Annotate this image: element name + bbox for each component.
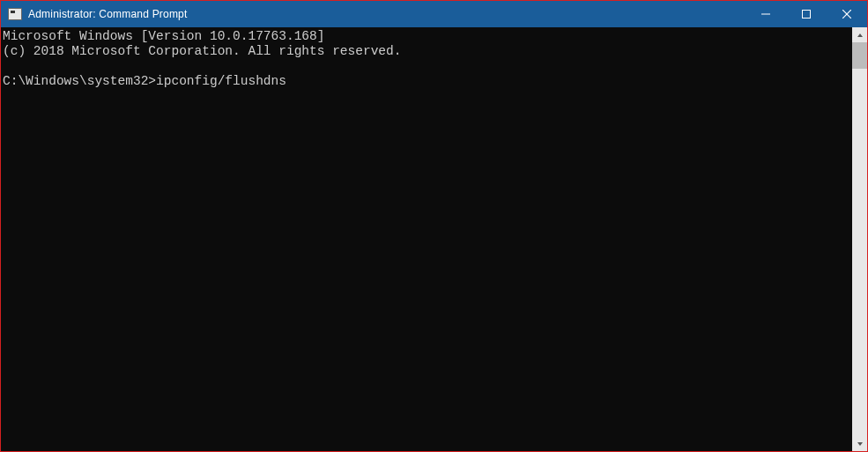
cmd-icon xyxy=(8,8,22,20)
svg-marker-4 xyxy=(857,33,863,37)
terminal-line-copyright: (c) 2018 Microsoft Corporation. All righ… xyxy=(3,44,401,58)
maximize-button[interactable] xyxy=(786,1,827,27)
terminal-line-version: Microsoft Windows [Version 10.0.17763.16… xyxy=(3,29,324,43)
svg-marker-5 xyxy=(857,442,863,446)
close-icon xyxy=(842,10,851,19)
terminal-body: Microsoft Windows [Version 10.0.17763.16… xyxy=(1,27,867,451)
titlebar[interactable]: Administrator: Command Prompt xyxy=(1,1,867,27)
maximize-icon xyxy=(802,10,811,19)
vertical-scrollbar[interactable] xyxy=(852,27,867,451)
scroll-down-button[interactable] xyxy=(852,436,867,451)
command-prompt-window: Administrator: Command Prompt Microsoft … xyxy=(0,0,868,452)
terminal-content[interactable]: Microsoft Windows [Version 10.0.17763.16… xyxy=(1,27,852,451)
scroll-up-button[interactable] xyxy=(852,27,867,42)
chevron-up-icon xyxy=(857,32,864,39)
terminal-command: ipconfig/flushdns xyxy=(156,74,286,88)
scroll-thumb[interactable] xyxy=(852,42,867,69)
minimize-button[interactable] xyxy=(746,1,786,27)
window-controls xyxy=(746,1,867,27)
terminal-prompt: C:\Windows\system32> xyxy=(3,74,156,88)
terminal-prompt-line: C:\Windows\system32>ipconfig/flushdns xyxy=(3,74,286,88)
chevron-down-icon xyxy=(857,441,864,448)
minimize-icon xyxy=(761,10,770,19)
scroll-track[interactable] xyxy=(852,42,867,436)
svg-rect-1 xyxy=(803,11,811,19)
window-title: Administrator: Command Prompt xyxy=(28,8,746,20)
close-button[interactable] xyxy=(827,1,867,27)
